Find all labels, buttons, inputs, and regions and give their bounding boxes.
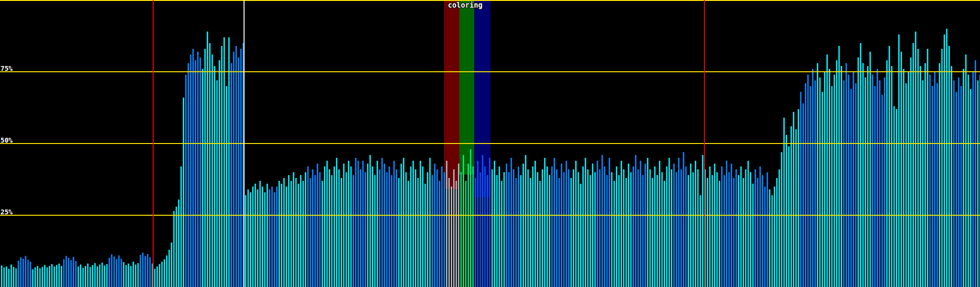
bar [798,109,799,287]
bar [13,267,14,287]
bar [472,166,474,287]
bar [625,178,627,287]
bar [862,63,864,287]
bar [137,263,139,287]
bar [456,181,457,287]
bar [97,266,98,287]
bar [724,175,725,287]
bar [642,175,644,287]
bar [802,103,804,287]
bar [917,49,919,287]
bar [946,29,947,287]
bar [412,161,414,287]
bar [420,161,421,287]
bar [30,262,31,287]
bar [37,266,38,287]
bar [630,172,632,287]
bar [532,166,534,287]
bar [250,192,251,287]
bar [82,268,84,287]
bar [889,46,890,287]
bar [197,52,199,287]
bar [78,266,79,287]
bar [109,258,110,287]
bar [599,169,601,287]
bar [611,172,612,287]
bar [475,178,476,287]
bar [597,161,598,287]
bar [654,166,656,287]
bar [903,69,904,287]
bar [27,260,29,287]
bar [709,166,711,287]
bar [470,149,471,287]
bar [628,164,629,287]
bar [288,175,290,287]
bar [755,169,756,287]
bar [886,60,888,287]
bar [563,172,565,287]
bar [726,161,727,287]
bar [601,155,603,287]
bar [645,164,646,287]
bar [659,161,660,287]
bar [774,187,775,287]
bar [776,178,778,287]
bar [46,267,48,287]
bar [441,166,443,287]
bar [173,211,175,287]
bar [326,161,328,287]
bar [405,172,407,287]
bar [829,69,830,287]
bar [233,52,234,287]
bar [66,256,67,287]
coloring-band [459,1,474,175]
bar [293,172,294,287]
bar [690,164,691,287]
bar [228,37,230,287]
bar [329,169,330,287]
bar [721,166,723,287]
bar [853,72,854,287]
bar [286,187,287,287]
bar [968,75,969,287]
bar [814,80,816,287]
bar [747,161,749,287]
bar [247,189,249,287]
bar [633,166,634,287]
bar [570,178,572,287]
bar [334,166,335,287]
bar [140,255,141,287]
bar [819,77,821,287]
bar [850,89,852,287]
red-marker-line [704,0,705,287]
bar [934,72,935,287]
bar [276,187,278,287]
bar [872,75,873,287]
bar [255,184,256,287]
bar [764,187,766,287]
bar [424,184,426,287]
bar [573,169,574,287]
bar [130,266,132,287]
bar [657,175,658,287]
bar [793,112,794,287]
bar [262,187,263,287]
bar [331,175,333,287]
coloring-annotation: coloring [448,2,482,9]
bar [568,169,569,287]
bar [317,164,318,287]
bar [264,192,266,287]
bar [357,161,359,287]
bar [707,178,708,287]
bar [295,178,297,287]
bar [506,164,507,287]
bar [738,175,739,287]
bar [692,172,694,287]
bar [604,166,605,287]
bar [44,265,45,287]
bar [355,158,356,287]
bar [159,264,160,287]
gridline-75 [0,71,980,72]
bar [92,265,93,287]
